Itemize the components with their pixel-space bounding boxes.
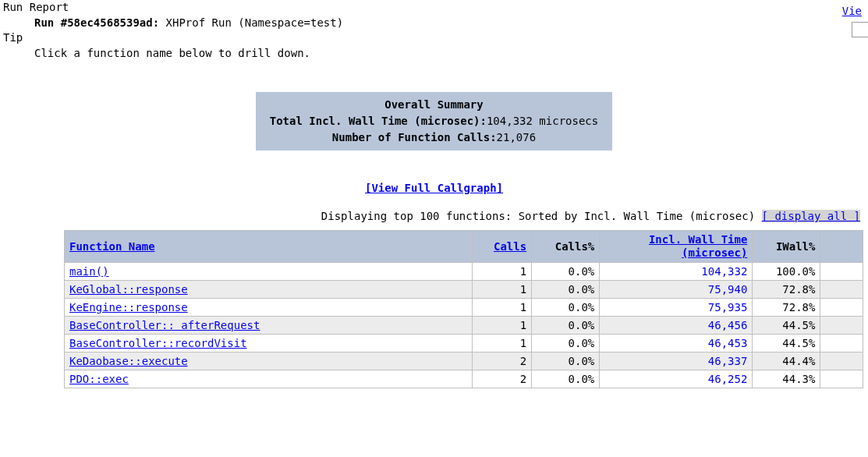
wall-time-value: 104,332 <box>701 265 747 278</box>
wall-time-value: 46,252 <box>708 373 748 385</box>
cell-calls-pct: 0.0% <box>532 316 600 334</box>
cell-calls: 1 <box>472 280 531 298</box>
summary-calls-label: Number of Function Calls: <box>332 129 497 146</box>
display-text: Displaying top 100 functions: Sorted by … <box>321 210 762 222</box>
cell-iwall-pct: 100.0% <box>753 262 820 280</box>
display-all-link[interactable]: [ display all ] <box>762 210 860 222</box>
cell-calls: 1 <box>472 262 531 280</box>
cell-iwall-pct: 72.8% <box>753 298 820 316</box>
cell-calls: 1 <box>472 334 531 352</box>
cell-calls: 2 <box>472 370 531 388</box>
cell-function-name: KeGlobal::response <box>65 280 473 298</box>
th-function-name[interactable]: Function Name <box>65 231 473 263</box>
callgraph-link-container: [View Full Callgraph] <box>3 182 865 194</box>
cell-extra <box>820 334 863 352</box>
function-name-link[interactable]: KeDaobase::execute <box>69 355 188 367</box>
function-name-link[interactable]: BaseController::recordVisit <box>69 337 247 349</box>
cell-function-name: BaseController:: afterRequest <box>65 316 473 334</box>
summary-walltime-label: Total Incl. Wall Time (microsec): <box>270 113 487 129</box>
summary-walltime-value: 104,332 microsecs <box>487 113 598 129</box>
cell-extra <box>820 370 863 388</box>
cell-extra <box>820 352 863 370</box>
view-callgraph-link[interactable]: [View Full Callgraph] <box>365 182 503 194</box>
run-type: XHProf Run (Namespace=test) <box>159 16 343 29</box>
cell-extra <box>820 298 863 316</box>
wall-time-value: 46,456 <box>708 319 748 331</box>
table-row: main()10.0%104,332100.0% <box>65 262 863 280</box>
cell-calls-pct: 0.0% <box>532 262 600 280</box>
table-header-row: Function Name Calls Calls% Incl. Wall Ti… <box>65 231 863 263</box>
wall-time-value: 75,935 <box>708 301 748 314</box>
summary-calls-value: 21,076 <box>497 129 537 146</box>
header-section: Run Report Run #58ec4568539ad: XHProf Ru… <box>3 0 865 61</box>
cell-function-name: KeDaobase::execute <box>65 352 473 370</box>
top-box <box>852 22 868 37</box>
top-link[interactable]: Vie <box>842 5 862 17</box>
run-id: Run #58ec4568539ad: <box>34 16 159 29</box>
summary-row-calls: Number of Function Calls: 21,076 <box>270 129 598 146</box>
cell-iwall-pct: 44.5% <box>753 334 820 352</box>
summary-title: Overall Summary <box>270 97 598 113</box>
th-iwall-pct: IWall% <box>753 231 820 263</box>
table-row: KeGlobal::response10.0%75,94072.8% <box>65 280 863 298</box>
cell-calls-pct: 0.0% <box>532 298 600 316</box>
wall-time-value: 46,337 <box>708 355 748 367</box>
function-name-link[interactable]: KeEngine::response <box>69 301 188 314</box>
tip-text: Click a function name below to drill dow… <box>34 46 865 62</box>
table-row: KeDaobase::execute20.0%46,33744.4% <box>65 352 863 370</box>
summary-box: Overall Summary Total Incl. Wall Time (m… <box>256 92 612 151</box>
cell-iwall-pct: 44.4% <box>753 352 820 370</box>
functions-table: Function Name Calls Calls% Incl. Wall Ti… <box>64 230 863 388</box>
wall-time-value: 75,940 <box>708 283 748 296</box>
cell-calls: 1 <box>472 298 531 316</box>
th-function-name-link[interactable]: Function Name <box>69 240 155 253</box>
function-name-link[interactable]: main() <box>69 265 109 278</box>
function-name-link[interactable]: KeGlobal::response <box>69 283 188 296</box>
wall-time-value: 46,453 <box>708 337 748 349</box>
cell-wall-time: 46,337 <box>600 352 753 370</box>
th-wall-time[interactable]: Incl. Wall Time (microsec) <box>600 231 753 263</box>
table-row: PDO::exec20.0%46,25244.3% <box>65 370 863 388</box>
cell-calls: 1 <box>472 316 531 334</box>
cell-calls-pct: 0.0% <box>532 280 600 298</box>
function-name-link[interactable]: BaseController:: afterRequest <box>69 319 260 331</box>
cell-extra <box>820 262 863 280</box>
run-report-label: Run Report <box>3 0 865 16</box>
cell-function-name: KeEngine::response <box>65 298 473 316</box>
cell-calls-pct: 0.0% <box>532 370 600 388</box>
display-line: Displaying top 100 functions: Sorted by … <box>3 210 860 222</box>
cell-function-name: PDO::exec <box>65 370 473 388</box>
cell-function-name: BaseController::recordVisit <box>65 334 473 352</box>
cell-wall-time: 46,456 <box>600 316 753 334</box>
cell-wall-time: 75,935 <box>600 298 753 316</box>
cell-calls-pct: 0.0% <box>532 334 600 352</box>
cell-calls: 2 <box>472 352 531 370</box>
cell-iwall-pct: 72.8% <box>753 280 820 298</box>
cell-function-name: main() <box>65 262 473 280</box>
function-name-link[interactable]: PDO::exec <box>69 373 129 385</box>
table-row: BaseController::recordVisit10.0%46,45344… <box>65 334 863 352</box>
table-row: BaseController:: afterRequest10.0%46,456… <box>65 316 863 334</box>
th-calls[interactable]: Calls <box>472 231 531 263</box>
run-id-line: Run #58ec4568539ad: XHProf Run (Namespac… <box>34 16 865 31</box>
cell-iwall-pct: 44.5% <box>753 316 820 334</box>
th-extra <box>820 231 863 263</box>
th-wall-time-link[interactable]: Incl. Wall Time (microsec) <box>649 233 747 259</box>
cell-wall-time: 46,252 <box>600 370 753 388</box>
cell-extra <box>820 280 863 298</box>
summary-row-walltime: Total Incl. Wall Time (microsec): 104,33… <box>270 113 598 129</box>
cell-extra <box>820 316 863 334</box>
cell-iwall-pct: 44.3% <box>753 370 820 388</box>
th-calls-link[interactable]: Calls <box>494 240 526 253</box>
cell-wall-time: 75,940 <box>600 280 753 298</box>
cell-wall-time: 46,453 <box>600 334 753 352</box>
table-row: KeEngine::response10.0%75,93572.8% <box>65 298 863 316</box>
th-calls-pct: Calls% <box>532 231 600 263</box>
cell-wall-time: 104,332 <box>600 262 753 280</box>
cell-calls-pct: 0.0% <box>532 352 600 370</box>
tip-label: Tip <box>3 30 865 46</box>
